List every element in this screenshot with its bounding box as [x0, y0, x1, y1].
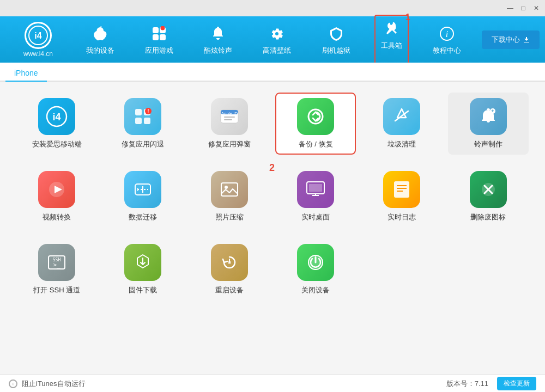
fix-crash-label: 修复应用闪退 [122, 139, 164, 149]
tab-bar: iPhone [0, 63, 545, 82]
annotation-1: 1 [405, 13, 410, 22]
svg-text:i4: i4 [53, 112, 61, 122]
ringtone-make-label: 铃声制作 [474, 139, 502, 149]
minimize-button[interactable]: — [506, 4, 514, 13]
svg-rect-2 [153, 28, 158, 33]
nav-item-app-game[interactable]: 应用游戏 [138, 20, 180, 60]
reset-device-icon [211, 244, 248, 281]
tool-delete-icon[interactable]: 删除废图标 [448, 166, 529, 228]
shutdown-icon [297, 244, 334, 281]
svg-text:!: ! [148, 108, 149, 114]
logo[interactable]: i4 www.i4.cn [5, 22, 71, 58]
box-nav-icon [326, 24, 346, 44]
wrench-icon [382, 19, 401, 39]
svg-rect-36 [309, 184, 322, 192]
nav-label-toolbox: 工具箱 [381, 41, 402, 51]
data-migrate-icon [124, 171, 161, 208]
nav-item-wallpaper[interactable]: 高清壁纸 [256, 20, 298, 60]
tool-photo-compress[interactable]: 照片压缩 [189, 166, 270, 228]
data-migrate-label: 数据迁移 [129, 212, 157, 222]
info-nav-icon: i [437, 24, 457, 44]
tool-ringtone-make[interactable]: + 铃声制作 [448, 93, 529, 155]
trash-clean-label: 垃圾清理 [387, 139, 416, 149]
title-bar: — □ ✕ [0, 0, 545, 16]
maximize-button[interactable]: □ [519, 4, 528, 13]
svg-rect-20 [224, 117, 235, 118]
tool-shutdown[interactable]: 关闭设备 [275, 238, 356, 301]
main-content: 2 i4 安装爱思移动端 ! [0, 82, 545, 375]
nav-item-tutorial[interactable]: i 教程中心 [426, 20, 468, 60]
svg-text:i4: i4 [34, 31, 41, 40]
nav-label-wallpaper: 高清壁纸 [263, 46, 291, 56]
live-log-icon [383, 171, 420, 208]
delete-icon-icon [470, 171, 507, 208]
version-label: 版本号：7.11 [446, 379, 488, 389]
live-log-label: 实时日志 [387, 212, 416, 222]
tools-grid: i4 安装爱思移动端 ! 修复应用闪退 [16, 93, 529, 301]
tool-data-migrate[interactable]: 数据迁移 [102, 166, 183, 228]
bell-nav-icon [208, 24, 228, 44]
photo-compress-label: 照片压缩 [215, 212, 244, 222]
svg-point-32 [225, 186, 228, 189]
video-convert-label: 视频转换 [43, 212, 71, 222]
close-button[interactable]: ✕ [532, 4, 541, 13]
install-app-label: 安装爱思移动端 [32, 139, 82, 149]
tool-firmware-download[interactable]: 固件下载 [102, 238, 183, 301]
backup-label: 备份 / 恢复 [299, 139, 333, 149]
nav-label-app-game: 应用游戏 [145, 46, 173, 56]
ssh-tunnel-label: 打开 SSH 通道 [33, 285, 80, 295]
shutdown-label: 关闭设备 [301, 285, 330, 295]
nav-label-jailbreak: 刷机越狱 [322, 46, 350, 56]
fix-popup-icon: Apple ID [211, 98, 248, 135]
logo-circle: i4 [25, 22, 52, 49]
tool-reset-device[interactable]: 重启设备 [189, 238, 270, 301]
svg-text:i: i [446, 29, 448, 39]
svg-rect-14 [144, 118, 150, 124]
nav-item-jailbreak[interactable]: 刷机越狱 [316, 20, 357, 60]
tool-live-log[interactable]: 实时日志 [361, 166, 442, 228]
download-button[interactable]: 下载中心 [482, 30, 540, 49]
svg-rect-31 [221, 183, 238, 196]
firmware-download-icon [124, 244, 161, 281]
tool-fix-crash[interactable]: ! 修复应用闪退 [102, 93, 183, 155]
app-icon [149, 24, 169, 44]
nav-items: 我的设备 应用游戏 酷炫铃声 [71, 15, 476, 65]
itunes-status-icon: ○ [9, 379, 17, 388]
tool-ssh-tunnel[interactable]: SSH >_ 打开 SSH 通道 [16, 238, 97, 301]
tool-backup[interactable]: 备份 / 恢复 [275, 93, 356, 155]
tool-video-convert[interactable]: 视频转换 [16, 166, 97, 228]
trash-clean-icon [383, 98, 420, 135]
nav-item-toolbox[interactable]: 工具箱 1 [374, 15, 409, 65]
fix-popup-label: 修复应用弹窗 [208, 139, 251, 149]
logo-url: www.i4.cn [23, 50, 53, 58]
tool-live-desktop[interactable]: 实时桌面 [275, 166, 356, 228]
video-convert-icon [38, 171, 75, 208]
ssh-tunnel-icon: SSH >_ [38, 244, 75, 281]
nav-label-my-device: 我的设备 [86, 46, 114, 56]
svg-rect-4 [153, 35, 158, 40]
svg-rect-37 [394, 181, 409, 198]
svg-rect-21 [224, 119, 232, 120]
fix-crash-icon: ! [124, 98, 161, 135]
nav-item-ringtone[interactable]: 酷炫铃声 [197, 20, 239, 60]
tool-fix-popup[interactable]: Apple ID 修复应用弹窗 [189, 93, 270, 155]
svg-rect-11 [135, 109, 142, 115]
svg-text:Apple ID: Apple ID [221, 111, 238, 116]
status-bar: ○ 阻止iTunes自动运行 版本号：7.11 检查更新 [0, 375, 545, 392]
tab-iphone[interactable]: iPhone [5, 65, 47, 82]
svg-text:+: + [491, 108, 494, 114]
svg-rect-5 [160, 35, 165, 40]
live-desktop-label: 实时桌面 [301, 212, 330, 222]
svg-rect-13 [135, 118, 142, 124]
photo-compress-icon [211, 171, 248, 208]
status-left: ○ 阻止iTunes自动运行 [9, 379, 86, 389]
tool-install-app[interactable]: i4 安装爱思移动端 [16, 93, 97, 155]
check-update-button[interactable]: 检查更新 [497, 377, 536, 390]
svg-line-24 [395, 111, 408, 121]
ringtone-make-icon: + [470, 98, 507, 135]
live-desktop-icon [297, 171, 334, 208]
nav-item-my-device[interactable]: 我的设备 [80, 20, 121, 60]
gear-nav-icon [267, 24, 287, 44]
annotation-2: 2 [269, 162, 275, 174]
tool-trash-clean[interactable]: 垃圾清理 [361, 93, 442, 155]
